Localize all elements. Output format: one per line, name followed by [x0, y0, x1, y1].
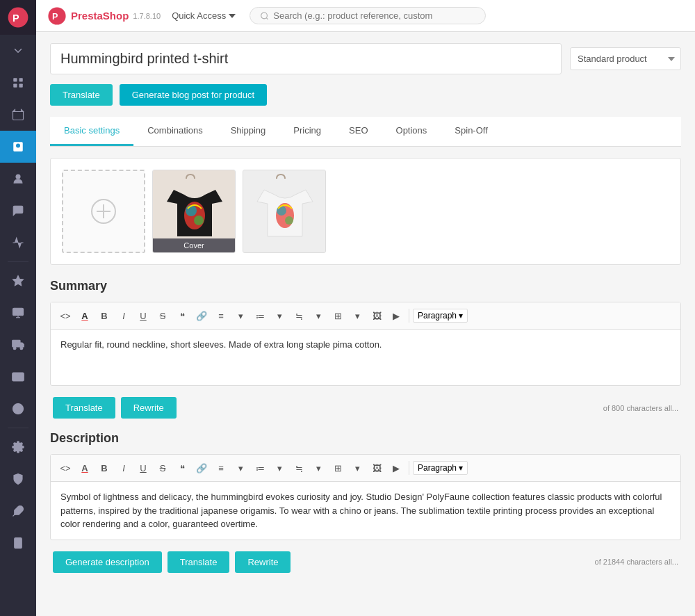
- product-image-1[interactable]: Cover: [152, 170, 236, 253]
- desc-toolbar-align-down[interactable]: ▾: [231, 459, 250, 477]
- summary-paragraph-dropdown[interactable]: Paragraph ▾: [413, 309, 468, 323]
- description-content[interactable]: Symbol of lightness and delicacy, the hu…: [51, 482, 680, 540]
- images-row: Cover: [62, 170, 669, 253]
- sidebar-item-catalog[interactable]: [0, 131, 36, 163]
- search-bar[interactable]: [250, 7, 486, 24]
- images-card: Cover: [50, 158, 681, 265]
- tab-combinations[interactable]: Combinations: [133, 117, 217, 146]
- toolbar-bold[interactable]: B: [95, 307, 113, 325]
- sidebar-item-international[interactable]: [0, 393, 36, 425]
- product-type-select[interactable]: Standard product: [570, 47, 681, 70]
- search-input[interactable]: [273, 10, 475, 21]
- toolbar-align[interactable]: ≡: [212, 307, 230, 325]
- description-action-btns: Generate description Translate Rewrite: [53, 551, 291, 573]
- summary-heading: Summary: [50, 279, 681, 293]
- summary-content[interactable]: Regular fit, round neckline, short sleev…: [51, 330, 680, 385]
- sidebar-item-messages[interactable]: [0, 195, 36, 227]
- sidebar-item-ext2[interactable]: [0, 527, 36, 559]
- svg-rect-3: [19, 78, 23, 81]
- desc-toolbar-link[interactable]: 🔗: [193, 459, 211, 477]
- sidebar-item-orders[interactable]: [0, 99, 36, 131]
- sidebar-item-modules[interactable]: [0, 265, 36, 297]
- sidebar-item-design[interactable]: [0, 297, 36, 329]
- svg-point-34: [194, 216, 204, 225]
- tab-pricing[interactable]: Pricing: [279, 117, 335, 146]
- summary-footer: Translate Rewrite of 800 characters all.…: [50, 393, 681, 420]
- toolbar-link[interactable]: 🔗: [193, 307, 211, 325]
- desc-toolbar-quote[interactable]: ❝: [173, 459, 191, 477]
- desc-toolbar-list-ol[interactable]: ≒: [290, 459, 308, 477]
- sidebar-item-dashboard[interactable]: [0, 67, 36, 99]
- sidebar-item-shipping[interactable]: [0, 329, 36, 361]
- toolbar-list-ul-down[interactable]: ▾: [270, 307, 288, 325]
- description-heading: Description: [50, 431, 681, 446]
- description-chars-info: of 21844 characters all...: [595, 558, 678, 566]
- toolbar-underline[interactable]: U: [134, 307, 152, 325]
- svg-point-12: [20, 347, 23, 350]
- toolbar-list-ul[interactable]: ≔: [251, 307, 269, 325]
- desc-toolbar-align[interactable]: ≡: [212, 459, 230, 477]
- desc-toolbar-list-ol-down[interactable]: ▾: [309, 459, 327, 477]
- description-translate-button[interactable]: Translate: [167, 551, 230, 573]
- desc-toolbar-table[interactable]: ⊞: [329, 459, 347, 477]
- sidebar-item-settings[interactable]: [0, 431, 36, 463]
- desc-toolbar-strikethrough[interactable]: S: [154, 459, 172, 477]
- summary-editor: <> A B I U S ❝ 🔗 ≡ ▾ ≔ ▾ ≒ ▾ ⊞ ▾ 🖼: [50, 302, 681, 386]
- toolbar-strikethrough[interactable]: S: [154, 307, 172, 325]
- translate-button[interactable]: Translate: [50, 84, 113, 106]
- quick-access-menu[interactable]: Quick Access: [172, 10, 236, 21]
- svg-point-37: [277, 206, 286, 216]
- tab-seo[interactable]: SEO: [335, 117, 382, 146]
- description-rewrite-button[interactable]: Rewrite: [235, 551, 291, 573]
- chevron-down-icon: [229, 14, 236, 18]
- sidebar-item-payment[interactable]: [0, 361, 36, 393]
- app-version: 1.7.8.10: [133, 12, 161, 20]
- add-image-button[interactable]: [62, 170, 145, 253]
- sidebar-item-stats[interactable]: [0, 227, 36, 259]
- toolbar-list-ol-down[interactable]: ▾: [309, 307, 327, 325]
- svg-point-38: [285, 216, 293, 225]
- desc-toolbar-font[interactable]: A: [76, 459, 94, 477]
- toolbar-quote[interactable]: ❝: [173, 307, 191, 325]
- sidebar-item-customers[interactable]: [0, 163, 36, 195]
- generate-blog-button[interactable]: Generate blog post for product: [120, 84, 267, 106]
- desc-toolbar-image[interactable]: 🖼: [368, 459, 386, 477]
- add-circle-icon: [90, 197, 117, 225]
- toolbar-table-down[interactable]: ▾: [348, 307, 366, 325]
- toolbar-italic[interactable]: I: [115, 307, 133, 325]
- svg-point-11: [13, 347, 16, 350]
- cover-badge: Cover: [153, 238, 235, 252]
- tab-basic-settings[interactable]: Basic settings: [50, 117, 133, 146]
- generate-description-button[interactable]: Generate description: [53, 551, 162, 573]
- toolbar-font-color[interactable]: A: [76, 307, 94, 325]
- desc-toolbar-bold[interactable]: B: [95, 459, 113, 477]
- desc-toolbar-list-ul-down[interactable]: ▾: [270, 459, 288, 477]
- product-title-input[interactable]: [50, 43, 562, 74]
- tab-shipping[interactable]: Shipping: [217, 117, 280, 146]
- sidebar-item-advanced[interactable]: [0, 463, 36, 495]
- toolbar-align-down[interactable]: ▾: [231, 307, 250, 325]
- desc-toolbar-table-down[interactable]: ▾: [348, 459, 366, 477]
- summary-rewrite-button[interactable]: Rewrite: [121, 397, 177, 419]
- product-image-2[interactable]: [243, 170, 326, 253]
- summary-translate-button[interactable]: Translate: [53, 397, 115, 419]
- tabs-container: Basic settings Combinations Shipping Pri…: [50, 117, 681, 147]
- svg-rect-5: [13, 84, 17, 88]
- toolbar-video[interactable]: ▶: [387, 307, 405, 325]
- tab-options[interactable]: Options: [382, 117, 441, 146]
- description-paragraph-dropdown[interactable]: Paragraph ▾: [413, 461, 468, 475]
- tab-spinoff[interactable]: Spin-Off: [441, 117, 501, 146]
- desc-toolbar-video[interactable]: ▶: [387, 459, 405, 477]
- toolbar-image[interactable]: 🖼: [368, 307, 386, 325]
- svg-line-27: [266, 17, 268, 19]
- toolbar-code[interactable]: <>: [56, 307, 74, 325]
- toolbar-table[interactable]: ⊞: [329, 307, 347, 325]
- sidebar-expand[interactable]: [0, 35, 36, 67]
- product-header-row: Standard product: [50, 43, 681, 74]
- desc-toolbar-italic[interactable]: I: [115, 459, 133, 477]
- desc-toolbar-code[interactable]: <>: [56, 459, 74, 477]
- desc-toolbar-underline[interactable]: U: [134, 459, 152, 477]
- sidebar-item-ext1[interactable]: [0, 495, 36, 527]
- desc-toolbar-list-ul[interactable]: ≔: [251, 459, 269, 477]
- toolbar-list-ol[interactable]: ≒: [290, 307, 308, 325]
